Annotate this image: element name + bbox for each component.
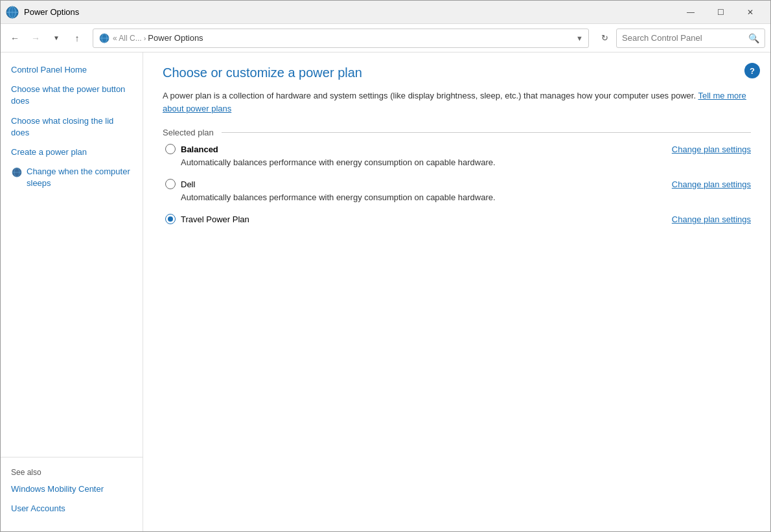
sidebar-item-create-plan[interactable]: Create a power plan (1, 143, 143, 162)
change-plan-settings-travel[interactable]: Change plan settings (672, 214, 751, 224)
address-current: Power Options (148, 33, 203, 43)
content-area: ? Choose or customize a power plan A pow… (143, 52, 770, 531)
plan-header-travel: Travel Power Plan Change plan settings (165, 214, 751, 224)
search-bar[interactable]: 🔍 (616, 29, 765, 48)
sidebar: Control Panel Home Choose what the power… (1, 52, 143, 531)
sidebar-item-power-button[interactable]: Choose what the power button does (1, 80, 143, 111)
recent-locations-button[interactable]: ▼ (47, 29, 65, 47)
title-bar: Power Options — ☐ ✕ (1, 1, 770, 24)
plan-name-travel: Travel Power Plan (181, 214, 249, 224)
plan-item-travel: Travel Power Plan Change plan settings (163, 214, 751, 224)
sidebar-item-label: Choose what the power button does (11, 84, 132, 107)
sidebar-item-label: Choose what closing the lid does (11, 115, 132, 139)
close-button[interactable]: ✕ (735, 1, 765, 24)
minimize-button[interactable]: — (676, 1, 706, 24)
refresh-button[interactable]: ↻ (595, 29, 614, 47)
main-content: Control Panel Home Choose what the power… (1, 52, 770, 531)
plan-description-dell: Automatically balances performance with … (165, 192, 751, 203)
main-window: Power Options — ☐ ✕ ← → ▼ ↑ « All C... ›… (0, 0, 771, 532)
sidebar-item-control-panel-home[interactable]: Control Panel Home (1, 60, 143, 80)
plan-item-dell: Dell Change plan settings Automatically … (163, 179, 751, 203)
app-icon (6, 6, 19, 19)
address-prefix: « All C... (113, 34, 142, 43)
sidebar-item-user-accounts[interactable]: User Accounts (1, 499, 143, 518)
back-button[interactable]: ← (6, 29, 24, 47)
sidebar-item-label: Create a power plan (11, 146, 87, 158)
sidebar-item-label: User Accounts (11, 503, 65, 515)
sidebar-item-label: Change when the computer sleeps (27, 166, 132, 189)
radio-balanced[interactable] (165, 144, 176, 154)
page-description: A power plan is a collection of hardware… (163, 89, 751, 115)
forward-button[interactable]: → (27, 29, 45, 47)
address-dropdown-icon[interactable]: ▼ (576, 34, 583, 42)
window-controls: — ☐ ✕ (676, 1, 765, 24)
plan-name-dell: Dell (181, 179, 195, 189)
help-button[interactable]: ? (744, 63, 760, 78)
address-bar-icon (98, 32, 110, 44)
see-also-label: See also (1, 463, 143, 480)
plan-left-balanced: Balanced (165, 144, 218, 154)
plan-name-balanced: Balanced (181, 145, 218, 154)
description-text: A power plan is a collection of hardware… (163, 91, 696, 100)
plan-header-balanced: Balanced Change plan settings (165, 144, 751, 154)
address-separator: › (144, 34, 146, 42)
selected-plan-header: Selected plan (163, 128, 751, 137)
radio-travel[interactable] (165, 214, 176, 224)
address-bar[interactable]: « All C... › Power Options ▼ (93, 29, 589, 48)
sleep-icon (11, 167, 23, 178)
sidebar-item-label: Windows Mobility Center (11, 483, 104, 495)
navigation-bar: ← → ▼ ↑ « All C... › Power Options ▼ ↻ 🔍 (1, 24, 770, 52)
plan-header-dell: Dell Change plan settings (165, 179, 751, 189)
search-input[interactable] (622, 33, 748, 43)
radio-dell[interactable] (165, 179, 176, 189)
window-title: Power Options (24, 7, 676, 17)
page-title: Choose or customize a power plan (163, 65, 751, 80)
sidebar-item-sleep[interactable]: Change when the computer sleeps (1, 162, 143, 193)
sidebar-item-label: Control Panel Home (11, 64, 87, 76)
sidebar-bottom: See also Windows Mobility Center User Ac… (1, 457, 143, 524)
sidebar-item-lid[interactable]: Choose what closing the lid does (1, 111, 143, 143)
plan-left-travel: Travel Power Plan (165, 214, 249, 224)
plan-left-dell: Dell (165, 179, 195, 189)
section-divider (222, 132, 751, 133)
plan-item-balanced: Balanced Change plan settings Automatica… (163, 144, 751, 168)
plan-description-balanced: Automatically balances performance with … (165, 157, 751, 168)
sidebar-item-mobility-center[interactable]: Windows Mobility Center (1, 480, 143, 499)
selected-plan-label: Selected plan (163, 128, 214, 137)
change-plan-settings-dell[interactable]: Change plan settings (672, 179, 751, 189)
change-plan-settings-balanced[interactable]: Change plan settings (672, 145, 751, 154)
up-button[interactable]: ↑ (68, 29, 86, 47)
maximize-button[interactable]: ☐ (706, 1, 735, 24)
search-icon: 🔍 (748, 33, 759, 43)
